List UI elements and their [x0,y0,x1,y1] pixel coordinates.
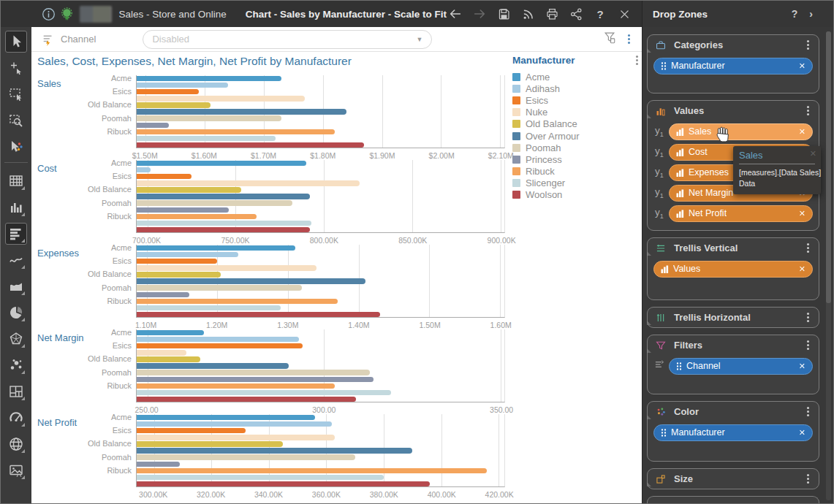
bar-cost-woolson[interactable] [137,227,310,232]
legend-item-acme[interactable]: Acme [512,71,641,83]
pill-net-profit[interactable]: Net Profit✕ [669,205,813,222]
pill-channel[interactable]: Channel✕ [669,358,813,375]
bar-cost-acme[interactable] [137,161,306,166]
bar-expenses-slicenger[interactable] [137,305,281,310]
bar-cost-old-balance[interactable] [137,187,241,192]
datapoint-select-tool[interactable] [5,136,27,158]
bar-net-margin-woolson[interactable] [137,397,356,402]
bar-expenses-esics[interactable] [137,259,217,264]
bar-net-profit-slicenger[interactable] [137,475,384,480]
bar-chart-visual[interactable] [5,223,27,245]
bar-sales-poomah[interactable] [137,115,281,121]
legend-item-nuke[interactable]: Nuke [512,107,641,118]
bar-sales-esics[interactable] [137,89,199,94]
legend-item-over-armour[interactable]: Over Armour [512,130,641,142]
bar-net-margin-acme[interactable] [137,330,204,335]
bar-expenses-ribuck[interactable] [137,299,338,304]
bar-sales-woolson[interactable] [137,142,364,148]
bar-sales-over-armour[interactable] [137,109,346,114]
bar-expenses-woolson[interactable] [137,312,380,317]
legend-item-princess[interactable]: Princess [512,153,641,165]
bar-cost-slicenger[interactable] [137,221,311,226]
rectangle-select-tool[interactable] [5,83,27,105]
line-chart-visual[interactable] [5,249,27,271]
bar-sales-acme[interactable] [137,76,281,81]
section-menu-kebab-icon[interactable] [807,478,809,480]
legend-menu-kebab-icon[interactable] [636,59,638,61]
pill-remove-icon[interactable]: ✕ [799,61,805,71]
pill-remove-icon[interactable]: ✕ [799,264,805,274]
legend-item-slicenger[interactable]: Slicenger [512,177,641,189]
bar-net-profit-over-armour[interactable] [137,448,412,453]
section-menu-kebab-icon[interactable] [807,344,809,346]
bar-net-margin-princess[interactable] [137,377,374,382]
pill-manufacturer[interactable]: Manufacturer✕ [653,58,813,75]
legend-item-woolson[interactable]: Woolson [512,189,641,201]
bar-sales-slicenger[interactable] [137,136,276,141]
bar-net-profit-nuke[interactable] [137,435,335,440]
bar-cost-esics[interactable] [137,174,192,179]
legend-item-poomah[interactable]: Poomah [512,142,641,153]
bar-net-profit-acme[interactable] [137,415,315,420]
image-visual[interactable] [5,459,27,481]
bar-cost-ribuck[interactable] [137,214,257,219]
bar-sales-princess[interactable] [137,123,169,128]
drag-grip-icon[interactable] [676,362,682,370]
pointer-tool[interactable] [5,31,27,53]
radar-chart-visual[interactable] [5,328,27,350]
bar-expenses-over-armour[interactable] [137,278,365,283]
bar-net-margin-old-balance[interactable] [137,356,200,362]
legend-item-esics[interactable]: Esics [512,94,641,106]
panel-help-button[interactable]: ? [792,8,798,20]
bar-net-margin-nuke[interactable] [137,350,186,355]
bar-cost-poomah[interactable] [137,200,292,205]
pill-manufacturer[interactable]: Manufacturer✕ [653,424,813,441]
back-button[interactable] [447,5,464,23]
pill-remove-icon[interactable]: ✕ [799,362,805,371]
bar-expenses-adihash[interactable] [137,252,238,257]
map-visual[interactable] [5,433,27,455]
bar-net-profit-poomah[interactable] [137,454,355,459]
bar-cost-nuke[interactable] [137,180,360,186]
bar-sales-old-balance[interactable] [137,102,211,107]
bar-cost-adihash[interactable] [137,167,151,172]
pill-remove-icon[interactable]: ✕ [799,428,805,438]
legend-item-adihash[interactable]: Adihash [512,83,641,94]
pill-values[interactable]: Values✕ [653,261,813,278]
bar-net-margin-esics[interactable] [137,343,303,348]
drag-grip-icon[interactable] [661,429,667,437]
feed-button[interactable] [519,5,537,23]
close-button[interactable] [615,5,633,23]
tooltip-close-icon[interactable]: ✕ [810,149,816,159]
section-menu-kebab-icon[interactable] [807,316,809,318]
legend-item-old-balance[interactable]: Old Balance [512,118,641,130]
bar-sales-nuke[interactable] [137,96,305,101]
section-menu-kebab-icon[interactable] [807,110,809,112]
forward-button[interactable] [471,5,488,23]
bar-net-margin-over-armour[interactable] [137,363,289,368]
section-menu-kebab-icon[interactable] [807,247,809,249]
pill-remove-icon[interactable]: ✕ [799,209,805,218]
gauge-visual[interactable] [5,407,27,429]
bar-expenses-princess[interactable] [137,292,189,297]
table-visual[interactable] [5,170,27,192]
bar-cost-princess[interactable] [137,207,229,213]
panel-scrollbar-thumb[interactable] [826,31,831,303]
filter-menu-kebab-icon[interactable] [628,38,630,40]
bar-sales-ribuck[interactable] [137,129,335,134]
point-select-tool[interactable] [5,57,27,79]
treemap-visual[interactable] [5,381,27,402]
filter-dropdown[interactable]: Disabled ▼ [143,30,432,49]
bar-sales-adihash[interactable] [137,83,228,88]
column-chart-visual[interactable] [5,196,27,218]
bar-expenses-old-balance[interactable] [137,272,221,277]
bar-net-margin-ribuck[interactable] [137,383,335,389]
bar-expenses-poomah[interactable] [137,285,302,290]
save-button[interactable] [495,5,512,23]
info-icon[interactable] [42,7,56,21]
bar-cost-over-armour[interactable] [137,194,310,199]
bar-net-profit-princess[interactable] [137,462,180,467]
bar-net-profit-woolson[interactable] [137,481,430,486]
bar-net-profit-esics[interactable] [137,428,246,433]
zoom-select-tool[interactable] [5,110,27,131]
